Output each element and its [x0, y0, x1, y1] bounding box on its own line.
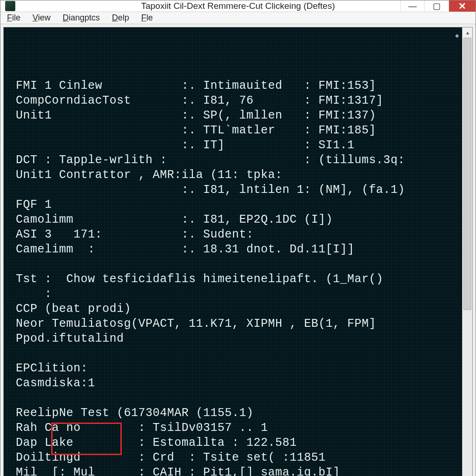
scroll-up-button[interactable]: ▴	[463, 27, 472, 38]
menu-diangptcs-rest: iangptcs	[69, 13, 100, 22]
window-controls: — ▢ ✕	[400, 0, 476, 12]
scroll-thumb[interactable]	[463, 38, 471, 310]
menu-view-rest: iew	[38, 13, 51, 22]
menu-file-rest: ile	[12, 13, 20, 22]
menu-delp-rest: elp	[118, 13, 129, 22]
terminal-wrap: ◆ FMI 1 Cinlew :. Intimauited : FMI:153]…	[3, 27, 473, 476]
minimize-button[interactable]: —	[400, 0, 424, 12]
app-window: Tapoxiit Cil-Dext Remmere-Cut Clickeing …	[0, 0, 476, 476]
terminal-output[interactable]: ◆ FMI 1 Cinlew :. Intimauited : FMI:153]…	[4, 27, 462, 476]
menu-diangptcs[interactable]: Diangptcs	[61, 12, 102, 24]
vertical-scrollbar[interactable]: ▴ ▾	[462, 27, 472, 476]
menu-fle-rest: le	[146, 13, 153, 22]
menu-bar: File View Diangptcs Delp Fle	[0, 12, 476, 24]
menu-fle[interactable]: Fle	[139, 12, 155, 24]
scroll-hint-icon: ◆	[455, 32, 459, 40]
menu-file[interactable]: File	[5, 12, 22, 24]
menu-delp[interactable]: Delp	[110, 12, 131, 24]
terminal-text: FMI 1 Cinlew :. Intimauited : FMI:153] C…	[16, 79, 457, 476]
title-bar[interactable]: Tapoxiit Cil-Dext Remmere-Cut Clickeing …	[0, 0, 476, 12]
close-button[interactable]: ✕	[449, 0, 476, 12]
app-icon	[5, 1, 15, 11]
scroll-track[interactable]	[463, 38, 472, 476]
client-area: ◆ FMI 1 Cinlew :. Intimauited : FMI:153]…	[0, 24, 476, 476]
maximize-button[interactable]: ▢	[424, 0, 449, 12]
menu-view[interactable]: View	[31, 12, 53, 24]
